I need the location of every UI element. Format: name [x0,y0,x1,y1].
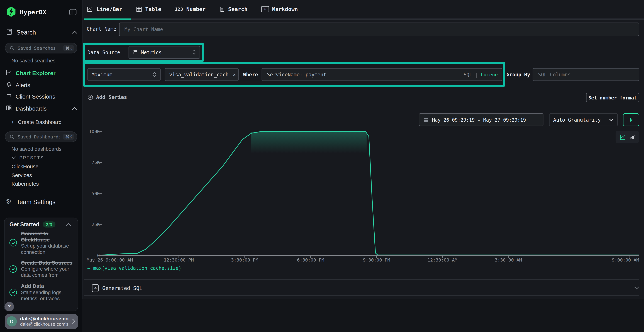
generated-sql-label: Generated SQL [102,285,630,291]
code-icon: <> [92,284,98,292]
x-tick-label: 3:30:00 AM [495,258,522,263]
y-tick-label: 0 [83,253,100,258]
divider [84,295,639,296]
x-tick-label: 6:30:00 PM [297,258,324,263]
x-tick-label: 12:30:00 AM [428,258,458,263]
legend-series-name: max(visa_validation_cache.size) [93,265,182,271]
generated-sql-toggle[interactable]: <> Generated SQL [92,283,639,293]
chart-area-glow [251,132,367,153]
y-tick-label: 75K [83,160,100,165]
series-line [102,132,639,255]
divider [84,279,639,280]
content-footer [82,299,644,332]
chart-legend[interactable]: — max(visa_validation_cache.size) [88,265,182,271]
x-tick-label: 3:30:00 PM [231,258,258,263]
x-tick-label: 9:30:00 PM [363,258,390,263]
x-tick-label: 9:00:00 AM [612,258,639,263]
x-tick-label: May 26 9:00:00 AM [86,258,133,263]
legend-swatch: — [88,265,90,271]
timeseries-chart[interactable] [0,0,644,332]
y-tick-label: 50K [83,191,100,196]
x-tick-label: 12:30:00 PM [164,258,194,263]
y-tick-label: 100K [83,129,100,134]
y-tick-label: 25K [83,222,100,227]
chevron-down-icon [634,286,639,290]
app-window: HyperDX Search ⌘K No saved searches [0,0,644,332]
